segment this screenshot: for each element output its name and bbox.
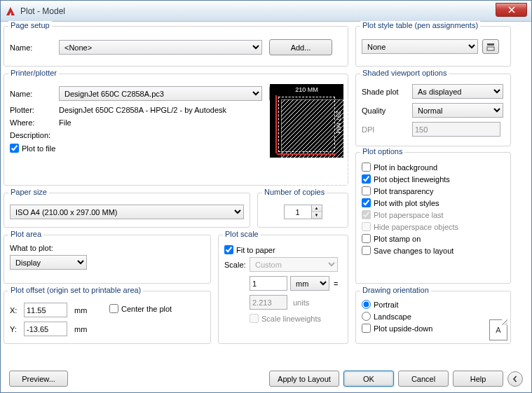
group-orientation: Drawing orientation Portrait Landscape P… bbox=[355, 291, 511, 344]
preview-red-v bbox=[275, 95, 277, 153]
page-name-label: Name: bbox=[10, 43, 59, 52]
center-plot-checkbox[interactable]: Center the plot bbox=[109, 304, 172, 313]
plot-dialog: Plot - Model Page setup Name: <None> Add… bbox=[0, 0, 532, 393]
group-title: Plot offset (origin set to printable are… bbox=[8, 286, 143, 294]
printer-name-select[interactable]: DesignJet 650C C2858A.pc3 bbox=[59, 86, 262, 101]
scale-label: Scale: bbox=[224, 261, 250, 269]
equals-label: = bbox=[334, 280, 338, 288]
description-label: Description: bbox=[10, 131, 59, 139]
preview-button[interactable]: Preview... bbox=[9, 371, 68, 387]
scale-lineweights-checkbox: Scale lineweights bbox=[250, 314, 342, 323]
plot-to-file-input[interactable] bbox=[10, 144, 19, 153]
where-value: File bbox=[59, 118, 71, 127]
preview-red-h bbox=[277, 153, 336, 155]
button-bar: Preview... Apply to Layout OK Cancel Hel… bbox=[9, 371, 523, 387]
svg-rect-1 bbox=[487, 47, 494, 50]
dpi-label: DPI bbox=[362, 125, 412, 134]
collapse-button[interactable] bbox=[507, 371, 523, 387]
close-button[interactable] bbox=[496, 3, 527, 17]
cancel-button[interactable]: Cancel bbox=[398, 371, 449, 387]
group-title: Plot area bbox=[8, 230, 43, 238]
group-page-setup: Page setup Name: <None> Add... bbox=[4, 26, 348, 67]
paper-preview: 210 MM 297 MM bbox=[270, 84, 343, 158]
group-shaded-viewport: Shaded viewport options Shade plot As di… bbox=[355, 74, 511, 146]
fit-to-paper-checkbox[interactable]: Fit to paper bbox=[224, 245, 342, 254]
upside-down-checkbox[interactable]: Plot upside-down bbox=[362, 324, 505, 333]
scale-unit-select[interactable]: mm bbox=[290, 276, 329, 291]
paperspace-last-checkbox: Plot paperspace last bbox=[362, 210, 505, 219]
group-plot-style: Plot style table (pen assignments) None bbox=[355, 26, 511, 67]
hide-paperspace-checkbox: Hide paperspace objects bbox=[362, 222, 505, 231]
group-title: Plot options bbox=[360, 147, 404, 156]
y-label: Y: bbox=[10, 325, 24, 333]
scale-units-input bbox=[250, 295, 287, 310]
page-name-select[interactable]: <None> bbox=[59, 40, 262, 55]
dialog-body: Page setup Name: <None> Add... Plot styl… bbox=[1, 22, 531, 392]
shade-plot-select[interactable]: As displayed bbox=[412, 84, 503, 99]
orientation-icon: A bbox=[489, 319, 507, 340]
chevron-left-icon bbox=[512, 375, 519, 382]
scale-select: Custom bbox=[250, 257, 338, 272]
group-title: Printer/plotter bbox=[8, 69, 59, 77]
app-icon bbox=[5, 6, 16, 17]
save-changes-checkbox[interactable]: Save changes to layout bbox=[362, 246, 505, 255]
plot-styles-checkbox[interactable]: Plot with plot styles bbox=[362, 198, 505, 207]
where-label: Where: bbox=[10, 118, 59, 127]
help-button[interactable]: Help bbox=[453, 371, 503, 387]
group-title: Paper size bbox=[8, 188, 49, 196]
plot-style-edit-button[interactable] bbox=[482, 39, 499, 54]
plot-stamp-checkbox[interactable]: Plot stamp on bbox=[362, 234, 505, 243]
dpi-input bbox=[412, 122, 500, 137]
group-copies: Number of copies ▲▼ bbox=[257, 193, 348, 228]
what-to-plot-label: What to plot: bbox=[10, 244, 205, 252]
portrait-radio[interactable]: Portrait bbox=[362, 300, 505, 309]
units-label: units bbox=[293, 298, 309, 307]
group-title: Shaded viewport options bbox=[360, 69, 449, 77]
group-printer: Printer/plotter Name: DesignJet 650C C28… bbox=[4, 74, 348, 186]
shade-plot-label: Shade plot bbox=[362, 88, 412, 96]
copies-spinner[interactable]: ▲▼ bbox=[312, 205, 322, 219]
group-plot-area: Plot area What to plot: Display bbox=[4, 235, 211, 284]
printer-name-label: Name: bbox=[10, 90, 59, 98]
apply-button[interactable]: Apply to Layout bbox=[269, 371, 339, 387]
group-paper-size: Paper size ISO A4 (210.00 x 297.00 MM) bbox=[4, 193, 250, 228]
spinner-down-icon[interactable]: ▼ bbox=[312, 212, 322, 219]
group-plot-offset: Plot offset (origin set to printable are… bbox=[4, 291, 211, 344]
preview-paper-outline bbox=[278, 97, 335, 152]
x-unit: mm bbox=[74, 306, 102, 315]
group-plot-options: Plot options Plot in background Plot obj… bbox=[355, 152, 511, 284]
group-title: Plot style table (pen assignments) bbox=[360, 21, 480, 29]
quality-label: Quality bbox=[362, 106, 412, 115]
group-title: Number of copies bbox=[262, 188, 327, 196]
svg-rect-0 bbox=[487, 43, 494, 46]
group-title: Plot scale bbox=[223, 230, 261, 238]
plot-transparency-checkbox[interactable]: Plot transparency bbox=[362, 186, 505, 195]
spinner-up-icon[interactable]: ▲ bbox=[312, 205, 322, 212]
copies-input[interactable] bbox=[284, 205, 312, 219]
quality-select[interactable]: Normal bbox=[412, 103, 503, 118]
plot-style-select[interactable]: None bbox=[362, 39, 478, 54]
ok-button[interactable]: OK bbox=[343, 371, 394, 387]
scale-numerator-input[interactable] bbox=[250, 276, 287, 291]
window-title: Plot - Model bbox=[20, 6, 496, 16]
what-to-plot-select[interactable]: Display bbox=[10, 255, 87, 270]
group-title: Drawing orientation bbox=[360, 286, 431, 294]
group-plot-scale: Plot scale Fit to paper Scale: Custom mm… bbox=[218, 235, 348, 344]
x-input[interactable] bbox=[24, 303, 67, 317]
landscape-radio[interactable]: Landscape bbox=[362, 312, 505, 321]
y-unit: mm bbox=[74, 325, 87, 333]
paper-size-select[interactable]: ISO A4 (210.00 x 297.00 MM) bbox=[10, 205, 244, 219]
titlebar: Plot - Model bbox=[1, 1, 531, 22]
add-button[interactable]: Add... bbox=[269, 39, 332, 55]
preview-width: 210 MM bbox=[270, 86, 343, 93]
x-label: X: bbox=[10, 306, 24, 315]
group-title: Page setup bbox=[8, 21, 52, 29]
plot-background-checkbox[interactable]: Plot in background bbox=[362, 163, 505, 172]
plot-lineweights-checkbox[interactable]: Plot object lineweights bbox=[362, 174, 505, 184]
y-input[interactable] bbox=[24, 322, 67, 336]
plotter-label: Plotter: bbox=[10, 106, 59, 114]
plotter-value: DesignJet 650C C2858A - HPGL/2 - by Auto… bbox=[59, 106, 226, 114]
